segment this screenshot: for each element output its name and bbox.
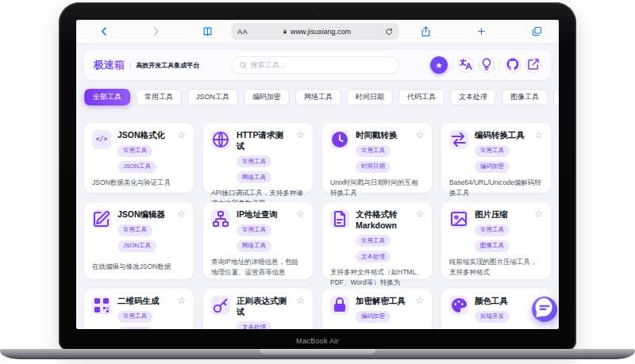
tool-tags: 常用工具图像工具: [475, 224, 525, 252]
lock-icon: [330, 296, 349, 315]
share-icon[interactable]: [420, 25, 432, 37]
bookmarks-icon[interactable]: [202, 25, 214, 37]
refresh-icon[interactable]: [385, 28, 393, 36]
category-tab-时间日期[interactable]: 时间日期: [347, 89, 393, 105]
category-tab-前端开发[interactable]: 前端开发: [553, 89, 559, 105]
search-box[interactable]: [231, 56, 399, 74]
favorite-star-icon[interactable]: ☆: [415, 130, 424, 173]
tool-tag: 图像工具: [117, 327, 152, 329]
favorite-star-icon[interactable]: ☆: [415, 296, 424, 323]
image-icon: [449, 209, 468, 228]
tool-card[interactable]: 时间戳转换 常用工具时间日期 ☆ Unix时间戳与日期时间的互相转换工具: [322, 123, 432, 193]
tool-tag: JSON工具: [117, 161, 156, 173]
new-tab-icon[interactable]: [476, 26, 487, 36]
tool-card[interactable]: 二维码生成 常用工具图像工具 ☆: [84, 289, 194, 329]
forward-icon[interactable]: [150, 25, 162, 37]
translate-icon: [459, 57, 473, 74]
device-label: MacBook Air: [59, 337, 576, 345]
tool-card[interactable]: 图片压缩 常用工具图像工具 ☆ 纯前端实现的图片压缩工具，支持多种格式: [441, 202, 551, 279]
card-head: 图片压缩 常用工具图像工具 ☆: [449, 209, 543, 252]
favorite-star-icon[interactable]: ☆: [534, 209, 543, 252]
category-tab-代码工具[interactable]: 代码工具: [398, 89, 444, 105]
tool-title: 文件格式转Markdown: [356, 209, 406, 231]
clock-icon: [330, 130, 349, 149]
favorites-button[interactable]: ★: [430, 56, 448, 74]
category-tab-编码加密[interactable]: 编码加密: [244, 89, 290, 105]
tool-card[interactable]: 文件格式转Markdown 常用工具文本处理 ☆ 支持多种文件格式（如HTML、…: [322, 202, 432, 279]
divider: [452, 59, 453, 71]
favorite-star-icon[interactable]: ☆: [296, 296, 305, 329]
category-tab-文本处理[interactable]: 文本处理: [450, 89, 496, 105]
site-logo[interactable]: 极速箱: [94, 58, 125, 72]
tool-card[interactable]: 编码转换工具 常用工具编码加密 ☆ Base64/URL/Unicode编解码转…: [441, 123, 551, 193]
category-tabs: 全部工具 常用工具 JSON工具 编码加密 网络工具 时间日期 代码工具 文本处…: [84, 89, 551, 105]
tool-card[interactable]: 加密解密工具 编码加密 ☆: [322, 289, 432, 329]
tab-label: 文本处理: [459, 92, 487, 102]
github-icon: [506, 57, 520, 74]
tab-label: JSON工具: [196, 92, 229, 102]
tool-title: 二维码生成: [117, 296, 167, 307]
tool-tag: 图像工具: [475, 240, 510, 252]
back-icon[interactable]: [98, 25, 110, 37]
address-bar[interactable]: AA www.jisuxiang.com: [231, 23, 399, 40]
tool-tags: 前端开发: [475, 311, 525, 323]
language-button[interactable]: [458, 57, 474, 73]
reader-mode-button[interactable]: AA: [237, 28, 248, 36]
tool-description: JSON数据美化与验证工具: [92, 173, 186, 188]
screenshot-stage: AA www.jisuxiang.com 极速箱 | 高效开发工具集成平台: [0, 0, 635, 364]
share-site-button[interactable]: [525, 57, 541, 73]
favorite-star-icon[interactable]: ☆: [296, 130, 305, 183]
card-main: JSON格式化 常用工具JSON工具: [117, 130, 167, 173]
tab-overview-icon[interactable]: [531, 25, 543, 37]
lightbulb-icon: [479, 57, 494, 74]
favorite-star-icon[interactable]: ☆: [415, 209, 424, 262]
category-tab-网络工具[interactable]: 网络工具: [295, 89, 341, 105]
favorite-star-icon[interactable]: ☆: [177, 209, 186, 252]
card-head: 文件格式转Markdown 常用工具文本处理 ☆: [330, 209, 424, 262]
tool-card[interactable]: HTTP请求测试 常用工具网络工具 ☆ API接口调试工具，支持多种请求方法和参…: [203, 123, 313, 193]
tool-card[interactable]: JSON编辑器 常用工具JSON工具 ☆ 在线编辑与修改JSON数据: [84, 202, 194, 279]
tab-label: 全部工具: [93, 92, 121, 102]
category-tab-常用工具[interactable]: 常用工具: [136, 89, 182, 105]
favorite-star-icon[interactable]: ☆: [177, 296, 186, 329]
search-icon: [239, 61, 247, 69]
tool-tag: 常用工具: [237, 224, 271, 236]
tool-tags: 常用工具网络工具: [237, 224, 287, 252]
theme-button[interactable]: [479, 57, 495, 73]
favorite-star-icon[interactable]: ☆: [534, 130, 543, 173]
card-main: IP地址查询 常用工具网络工具: [237, 209, 287, 252]
page-content: 极速箱 | 高效开发工具集成平台 ★: [76, 44, 559, 329]
tool-tags: 文本处理: [237, 321, 287, 329]
tool-tags: 常用工具时间日期: [356, 145, 406, 173]
tool-description: 查询IP地址的详细信息，包括地理位置、运营商等信息: [211, 252, 305, 278]
category-tab-全部工具[interactable]: 全部工具: [84, 89, 130, 105]
macbook-base: [0, 349, 635, 359]
category-tab-图像工具[interactable]: 图像工具: [502, 89, 548, 105]
tab-label: 代码工具: [407, 92, 436, 102]
tool-tags: 常用工具JSON工具: [117, 145, 167, 173]
tool-title: 图片压缩: [475, 209, 525, 220]
tool-title: 编码转换工具: [475, 130, 525, 141]
favorite-star-icon[interactable]: ☆: [296, 209, 305, 252]
category-tab-JSON工具[interactable]: JSON工具: [187, 89, 238, 105]
github-button[interactable]: [505, 57, 521, 73]
search-input[interactable]: [251, 61, 391, 69]
tools-grid: </> JSON格式化 常用工具JSON工具 ☆ JSON数据美化与验证工具 H…: [84, 123, 551, 329]
tool-tag: 编码加密: [356, 311, 391, 323]
tool-card[interactable]: </> JSON格式化 常用工具JSON工具 ☆ JSON数据美化与验证工具: [84, 123, 194, 193]
card-head: HTTP请求测试 常用工具网络工具 ☆: [211, 130, 305, 183]
tool-description: 在线编辑与修改JSON数据: [92, 257, 186, 272]
tool-tags: 常用工具网络工具: [237, 155, 287, 183]
tool-card[interactable]: IP地址查询 常用工具网络工具 ☆ 查询IP地址的详细信息，包括地理位置、运营商…: [203, 202, 313, 279]
favorite-star-icon[interactable]: ☆: [177, 130, 186, 173]
tool-tag: 常用工具: [117, 224, 152, 236]
tool-tag: 常用工具: [356, 145, 391, 157]
swap-icon: [449, 130, 468, 149]
card-head: </> JSON格式化 常用工具JSON工具 ☆: [92, 130, 186, 173]
card-main: 编码转换工具 常用工具编码加密: [475, 130, 525, 173]
site-header: 极速箱 | 高效开发工具集成平台 ★: [84, 50, 551, 80]
tool-tags: 常用工具编码加密: [475, 145, 525, 173]
card-head: 二维码生成 常用工具图像工具 ☆: [92, 296, 186, 329]
chat-fab-button[interactable]: [532, 297, 557, 322]
tool-card[interactable]: 正则表达式测试 文本处理 ☆: [203, 289, 313, 329]
